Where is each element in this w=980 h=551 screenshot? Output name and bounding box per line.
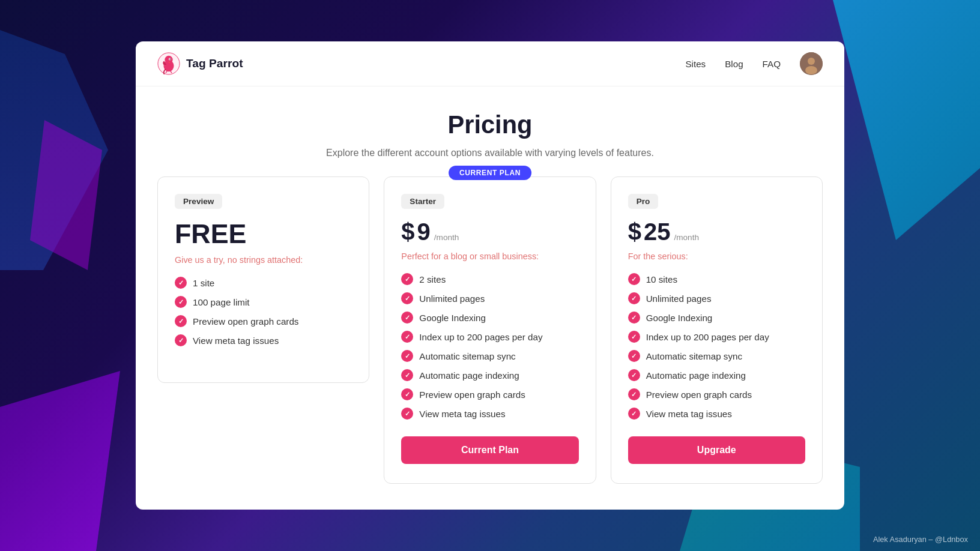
plan-preview-price: FREE xyxy=(175,218,352,249)
plan-feature-item: View meta tag issues xyxy=(628,408,805,420)
pricing-title: Pricing xyxy=(148,110,832,139)
plan-feature-item: Preview open graph cards xyxy=(401,388,578,400)
user-avatar[interactable] xyxy=(800,52,823,75)
plan-feature-item: 10 sites xyxy=(628,273,805,285)
plan-pro-wrapper: Pro $ 25 /month For the serious: 10 site… xyxy=(611,176,823,484)
feature-text: Index up to 200 pages per day xyxy=(419,332,542,342)
check-icon xyxy=(628,369,640,381)
feature-text: Preview open graph cards xyxy=(646,390,752,400)
check-icon xyxy=(401,369,413,381)
plan-starter-description: Perfect for a blog or small business: xyxy=(401,251,578,261)
feature-text: View meta tag issues xyxy=(193,336,279,346)
feature-text: Automatic sitemap sync xyxy=(419,351,515,361)
plan-pro-dollar: $ xyxy=(628,218,641,245)
check-icon xyxy=(401,331,413,343)
feature-text: Unlimited pages xyxy=(646,294,712,304)
check-icon xyxy=(175,296,187,308)
feature-text: 2 sites xyxy=(419,274,446,285)
feature-text: 1 site xyxy=(193,278,214,288)
feature-text: View meta tag issues xyxy=(419,409,505,419)
plan-feature-item: Google Indexing xyxy=(401,312,578,324)
plan-feature-item: Preview open graph cards xyxy=(175,315,352,327)
plan-feature-item: Google Indexing xyxy=(628,312,805,324)
check-icon xyxy=(401,292,413,304)
footer-credit: Alek Asaduryan – @Ldnbox xyxy=(873,535,968,544)
plan-feature-item: View meta tag issues xyxy=(401,408,578,420)
plan-starter-amount: 9 xyxy=(417,218,431,245)
plan-preview-wrapper: Preview FREE Give us a try, no strings a… xyxy=(157,176,369,383)
plan-feature-item: 100 page limit xyxy=(175,296,352,308)
check-icon xyxy=(401,388,413,400)
pricing-header: Pricing Explore the different account op… xyxy=(136,86,844,176)
check-icon xyxy=(175,277,187,289)
plan-starter-period: /month xyxy=(434,233,459,242)
plan-feature-item: Unlimited pages xyxy=(401,292,578,304)
check-icon xyxy=(401,273,413,285)
feature-text: Automatic sitemap sync xyxy=(646,351,742,361)
feature-text: 10 sites xyxy=(646,274,677,285)
plan-card-pro: Pro $ 25 /month For the serious: 10 site… xyxy=(611,176,823,484)
check-icon xyxy=(628,388,640,400)
navbar: Tag Parrot Sites Blog FAQ xyxy=(136,41,844,86)
plan-starter-wrapper: CURRENT PLAN Starter $ 9 /month Perfect … xyxy=(384,176,596,484)
check-icon xyxy=(175,315,187,327)
plan-pro-features: 10 sites Unlimited pages Google Indexing… xyxy=(628,273,805,420)
plan-feature-item: Automatic sitemap sync xyxy=(628,350,805,362)
check-icon xyxy=(628,331,640,343)
current-plan-badge: CURRENT PLAN xyxy=(449,166,531,180)
main-container: Tag Parrot Sites Blog FAQ Pricing Explor… xyxy=(136,41,844,510)
feature-text: Unlimited pages xyxy=(419,294,485,304)
current-plan-button[interactable]: Current Plan xyxy=(401,436,578,464)
plan-feature-item: 2 sites xyxy=(401,273,578,285)
plan-feature-item: Automatic page indexing xyxy=(628,369,805,381)
plan-pro-description: For the serious: xyxy=(628,251,805,261)
feature-text: Index up to 200 pages per day xyxy=(646,332,769,342)
plan-starter-features: 2 sites Unlimited pages Google Indexing … xyxy=(401,273,578,420)
plan-card-starter: Starter $ 9 /month Perfect for a blog or… xyxy=(384,176,596,484)
feature-text: 100 page limit xyxy=(193,297,250,307)
nav-link-blog[interactable]: Blog xyxy=(725,59,743,69)
plan-pro-amount: 25 xyxy=(644,218,671,245)
brand-logo-icon xyxy=(157,52,180,75)
upgrade-button[interactable]: Upgrade xyxy=(628,436,805,464)
plan-starter-price: $ 9 /month xyxy=(401,218,578,245)
svg-point-9 xyxy=(805,66,817,74)
feature-text: Google Indexing xyxy=(419,313,486,323)
feature-text: Preview open graph cards xyxy=(419,390,525,400)
plan-pro-tag: Pro xyxy=(628,194,659,209)
plan-preview-features: 1 site 100 page limit Preview open graph… xyxy=(175,277,352,346)
check-icon xyxy=(401,350,413,362)
nav-link-faq[interactable]: FAQ xyxy=(763,59,781,69)
plan-feature-item: Preview open graph cards xyxy=(628,388,805,400)
plan-card-preview: Preview FREE Give us a try, no strings a… xyxy=(157,176,369,383)
feature-text: View meta tag issues xyxy=(646,409,732,419)
svg-point-8 xyxy=(808,58,815,65)
brand-name: Tag Parrot xyxy=(186,57,243,70)
feature-text: Automatic page indexing xyxy=(419,370,519,381)
plan-preview-description: Give us a try, no strings attached: xyxy=(175,255,352,265)
avatar-image xyxy=(800,52,823,75)
check-icon xyxy=(628,408,640,420)
brand-logo-link[interactable]: Tag Parrot xyxy=(157,52,243,75)
plan-feature-item: Automatic sitemap sync xyxy=(401,350,578,362)
svg-point-4 xyxy=(169,58,171,59)
plan-pro-price: $ 25 /month xyxy=(628,218,805,245)
check-icon xyxy=(628,312,640,324)
plan-starter-dollar: $ xyxy=(401,218,414,245)
plan-feature-item: Unlimited pages xyxy=(628,292,805,304)
plan-preview-price-amount: FREE xyxy=(175,218,246,249)
check-icon xyxy=(628,350,640,362)
pricing-subtitle: Explore the different account options av… xyxy=(148,148,832,158)
check-icon xyxy=(401,408,413,420)
navbar-links: Sites Blog FAQ xyxy=(685,52,823,75)
plans-container: Preview FREE Give us a try, no strings a… xyxy=(136,176,844,484)
feature-text: Automatic page indexing xyxy=(646,370,746,381)
plan-feature-item: View meta tag issues xyxy=(175,334,352,346)
nav-link-sites[interactable]: Sites xyxy=(685,59,706,69)
check-icon xyxy=(628,273,640,285)
plan-feature-item: 1 site xyxy=(175,277,352,289)
plan-starter-tag: Starter xyxy=(401,194,444,209)
check-icon xyxy=(628,292,640,304)
plan-feature-item: Index up to 200 pages per day xyxy=(628,331,805,343)
feature-text: Google Indexing xyxy=(646,313,713,323)
